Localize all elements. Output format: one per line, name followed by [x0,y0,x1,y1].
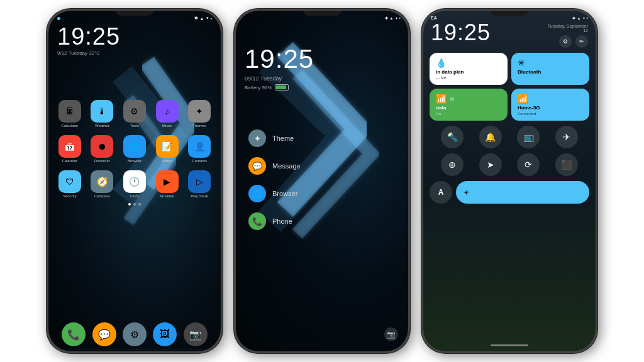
recorder-icon: ⏺ [91,135,113,158]
app-label-music: Music [162,124,172,128]
phone1-app-grid-row1: 🖩 Calculator 🌡 Weather ⚙ Tools ♪ Music ✦ [48,97,221,130]
settings-icon-btn[interactable]: ⚙ [559,35,572,48]
list-item[interactable]: 🌐 Browser [248,180,396,207]
phone1-date: 9/12 Tuesday 32°C [48,50,221,60]
control-circle-row2: ⊕ ➤ ⟳ ⬛ [423,151,596,178]
clock-icon: 🕐 [123,170,146,193]
phone2-clock-area: 19:25 09/12 Tuesday Battery 96% [236,39,408,93]
phone-app-icon: 📞 [248,212,266,230]
data-plan-icon: 💧 [436,58,447,68]
theme-app-icon: ✦ [248,129,266,147]
page-dot-1 [128,203,131,206]
brightness-icon: ☀ [464,189,469,196]
battery-label: Battery 96% [245,85,272,90]
list-item[interactable]: 📅 Calendar [55,135,85,163]
app-label-contacts: Contacts [192,159,207,163]
wifi-icon: ▾ [206,16,209,21]
phone2-date: 09/12 Tuesday [245,75,399,82]
list-item[interactable]: 🕐 Clock [119,170,150,198]
dock-phone-icon[interactable]: 📞 [62,322,86,346]
phone3-status-bar: EA ✱ ▲ ▾ ▪ [423,11,596,20]
phone3-date-area: Tuesday, September12 ⚙ ✏ [548,21,588,48]
rotate-btn[interactable]: ⟳ [517,153,540,176]
playstore-icon: ▷ [188,170,211,193]
app-label-security: Security [63,194,77,198]
home-indicator [491,344,528,346]
mobile-data-tile[interactable]: 📶 M data On [430,89,508,121]
app-label-playstore: Play Store [191,194,208,198]
page-dot-2 [133,203,136,206]
list-item[interactable]: 🛡 Security [55,170,85,198]
app-label-tools: Tools [130,124,139,128]
dock-camera-icon[interactable]: 📷 [184,322,208,346]
list-item[interactable]: ✦ Themes [184,100,214,128]
phone-2: ✱ ▲ ▾ ▪ 19:25 09/12 Tuesday Battery 96% [234,9,410,353]
app-label-calendar: Calendar [62,159,77,163]
airplane-btn[interactable]: ✈ [555,126,578,148]
alarm-btn[interactable]: 🔔 [479,126,502,148]
control-circle-row1: 🔦 🔔 📺 ✈ [423,123,596,151]
phone2-app-list: ✦ Theme 💬 Message 🌐 Browser 📞 Phone [236,124,408,235]
phone2-status-bar: ✱ ▲ ▾ ▪ [236,11,408,20]
mivideo-icon: ▶ [156,170,179,193]
page-dot-3 [138,203,141,206]
list-item[interactable]: 🌐 Browser [119,135,150,163]
security-icon: 🛡 [58,170,81,193]
dnd-btn[interactable]: ⊕ [441,153,464,176]
tools-icon: ⚙ [123,100,146,123]
dock-message-icon[interactable]: 💬 [92,322,116,346]
list-item[interactable]: ✦ Theme [248,124,396,152]
phone1-home-screen: ✱ ▲ ▾ ▪ 19:25 9/12 Tuesday 32°C 🖩 Calcul… [48,11,221,351]
phone1-status-icons: ✱ ▲ ▾ ▪ [194,16,212,21]
list-item[interactable]: ♪ Music [152,100,182,128]
list-item[interactable]: ⚙ Tools [119,100,150,128]
list-item[interactable]: 🖩 Calculator [55,100,85,128]
bluetooth-tile[interactable]: ✳ Bluetooth [511,53,589,85]
list-item[interactable]: 📝 Notes [152,135,182,163]
phone2-battery: Battery 96% [245,84,399,90]
list-item[interactable]: 🌡 Weather [87,100,118,128]
bluetooth-icon: ✱ [194,16,198,21]
location-btn[interactable]: ➤ [479,153,502,176]
phone1-app-grid-row3: 🛡 Security 🧭 Compass 🕐 Clock ▶ Mi Video … [48,168,221,200]
brightness-slider[interactable]: ☀ [456,181,589,204]
compass-icon: 🧭 [91,170,113,193]
list-item[interactable]: ▶ Mi Video [152,170,182,198]
mobile-data-icon: 📶 [436,94,447,104]
app-label-mivideo: Mi Video [160,194,174,198]
data-plan-tile[interactable]: 💧 in data plan — MB [430,53,508,85]
phone3-clock: 19:25 [431,21,491,44]
message-app-icon: 💬 [248,157,266,175]
camera-button[interactable]: 📷 [384,327,398,341]
app-label-message: Message [272,162,301,170]
music-icon: ♪ [156,100,179,123]
phone2-status-icons: ✱ ▲ ▾ ▪ [385,16,401,20]
list-item[interactable]: 👤 Contacts [184,135,214,163]
phone3-control-center: EA ✱ ▲ ▾ ▪ 19:25 Tuesday, September12 ⚙ [423,11,596,351]
list-item[interactable]: 💬 Message [248,152,396,180]
flashlight-btn[interactable]: 🔦 [441,126,464,148]
phone2-lock-screen: ✱ ▲ ▾ ▪ 19:25 09/12 Tuesday Battery 96% [236,11,408,351]
phone1-camera-dot [57,17,60,20]
phone1-clock: 19:25 [48,21,221,50]
phone-1: ✱ ▲ ▾ ▪ 19:25 9/12 Tuesday 32°C 🖩 Calcul… [47,9,223,353]
screen-mirror-btn[interactable]: 📺 [517,126,540,148]
list-item[interactable]: 🧭 Compass [87,170,118,198]
app-label-compass: Compass [94,194,110,198]
weather-icon: 🌡 [91,100,113,123]
app-label-themes: Themes [192,124,206,128]
phone3-status-icons: ✱ ▲ ▾ ▪ [572,16,588,20]
list-item[interactable]: 📞 Phone [248,207,396,235]
bluetooth-icon: ✱ [385,16,388,20]
signal-icon: ▲ [577,16,581,20]
dock-gallery-icon[interactable]: 🖼 [153,322,177,346]
list-item[interactable]: ⏺ Recorder [87,135,118,163]
record-btn[interactable]: ⬛ [555,153,578,176]
accessibility-btn[interactable]: A [430,181,452,204]
dock-settings-icon[interactable]: ⚙ [123,322,147,346]
wifi-tile[interactable]: 📶 Home-5G Connected [511,89,589,121]
edit-icon-btn[interactable]: ✏ [575,35,588,48]
list-item[interactable]: ▷ Play Store [184,170,214,198]
control-center-tiles: 💧 in data plan — MB ✳ Bluetooth 📶 [423,48,596,123]
app-label-theme: Theme [272,134,294,142]
